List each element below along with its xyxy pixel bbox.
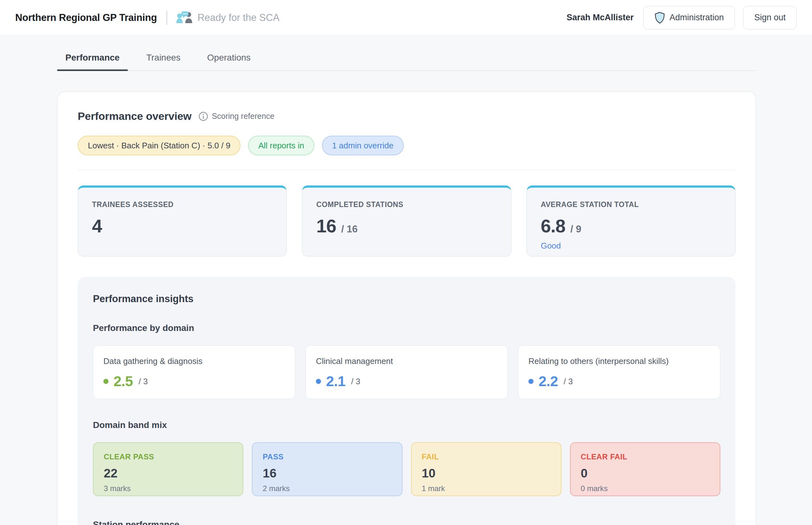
band-count: 16 bbox=[263, 466, 392, 480]
stat-label: TRAINEES ASSESSED bbox=[92, 200, 272, 209]
sign-out-button-label: Sign out bbox=[754, 13, 786, 22]
band-cards-row: CLEAR PASS 22 3 marks PASS 16 2 marks FA… bbox=[93, 442, 720, 496]
station-section-title: Station performance bbox=[93, 520, 720, 525]
band-marks: 3 marks bbox=[104, 484, 233, 493]
tab-performance[interactable]: Performance bbox=[57, 48, 128, 70]
summary-badges: Lowest · Back Pain (Station C) · 5.0 / 9… bbox=[78, 136, 736, 155]
domain-section-title: Performance by domain bbox=[93, 323, 720, 333]
band-card-clear-pass: CLEAR PASS 22 3 marks bbox=[93, 442, 243, 496]
domain-max: / 3 bbox=[564, 377, 573, 387]
domain-label: Clinical management bbox=[316, 356, 497, 366]
lowest-station-badge: Lowest · Back Pain (Station C) · 5.0 / 9 bbox=[78, 136, 240, 155]
stat-rating-label: Good bbox=[541, 241, 721, 251]
administration-button-label: Administration bbox=[669, 13, 724, 22]
main-tabs: Performance Trainees Operations bbox=[57, 48, 756, 71]
band-label: CLEAR FAIL bbox=[581, 452, 710, 461]
domain-score: 2.2 bbox=[538, 373, 558, 390]
band-card-pass: PASS 16 2 marks bbox=[252, 442, 402, 496]
domain-label: Data gathering & diagnosis bbox=[103, 356, 285, 366]
scoring-reference-link[interactable]: Scoring reference bbox=[198, 111, 275, 121]
band-section-title: Domain band mix bbox=[93, 420, 720, 430]
stats-row: TRAINEES ASSESSED 4 COMPLETED STATIONS 1… bbox=[78, 185, 736, 256]
stat-value: 6.8 bbox=[541, 215, 565, 237]
stat-value: 4 bbox=[92, 215, 102, 237]
user-name: Sarah McAllister bbox=[566, 13, 634, 22]
band-marks: 2 marks bbox=[263, 484, 392, 493]
insights-title: Performance insights bbox=[93, 293, 720, 305]
page-title: Performance overview bbox=[78, 110, 192, 122]
performance-overview-card: Performance overview Scoring reference L… bbox=[57, 91, 756, 525]
app-title: Northern Regional GP Training bbox=[15, 12, 157, 24]
reports-status-badge: All reports in bbox=[248, 136, 314, 155]
domain-max: / 3 bbox=[138, 377, 148, 387]
sign-out-button[interactable]: Sign out bbox=[743, 6, 797, 29]
score-dot-icon bbox=[529, 379, 533, 384]
stat-label: COMPLETED STATIONS bbox=[316, 200, 497, 209]
domain-score: 2.1 bbox=[326, 373, 345, 390]
score-dot-icon bbox=[103, 379, 108, 384]
band-card-clear-fail: CLEAR FAIL 0 0 marks bbox=[570, 442, 720, 496]
shield-icon bbox=[654, 12, 665, 24]
tab-trainees[interactable]: Trainees bbox=[138, 48, 189, 70]
band-count: 22 bbox=[104, 466, 233, 480]
header-divider bbox=[166, 11, 167, 25]
brand-logo-icon bbox=[176, 11, 193, 25]
band-card-fail: FAIL 10 1 mark bbox=[411, 442, 561, 496]
admin-override-badge: 1 admin override bbox=[322, 136, 404, 155]
brand-name: Ready for the SCA bbox=[197, 12, 279, 24]
app-header: Northern Regional GP Training Ready for … bbox=[0, 0, 812, 35]
domain-card-data-gathering: Data gathering & diagnosis 2.5 / 3 bbox=[93, 345, 295, 399]
domain-card-relating-to-others: Relating to others (interpersonal skills… bbox=[518, 345, 720, 399]
score-dot-icon bbox=[316, 379, 321, 384]
domain-max: / 3 bbox=[351, 377, 360, 387]
band-label: PASS bbox=[263, 452, 392, 461]
domain-score: 2.5 bbox=[114, 373, 133, 390]
band-count: 0 bbox=[581, 466, 710, 480]
domain-label: Relating to others (interpersonal skills… bbox=[529, 356, 710, 366]
stat-trainees-assessed: TRAINEES ASSESSED 4 bbox=[78, 185, 287, 256]
administration-button[interactable]: Administration bbox=[643, 6, 735, 29]
domain-cards-row: Data gathering & diagnosis 2.5 / 3 Clini… bbox=[93, 345, 720, 399]
tab-operations[interactable]: Operations bbox=[199, 48, 259, 70]
stat-suffix: / 16 bbox=[341, 224, 358, 235]
band-count: 10 bbox=[422, 466, 551, 480]
section-divider bbox=[78, 170, 736, 170]
stat-completed-stations: COMPLETED STATIONS 16 / 16 bbox=[302, 185, 511, 256]
domain-card-clinical-management: Clinical management 2.1 / 3 bbox=[306, 345, 508, 399]
band-marks: 0 marks bbox=[581, 484, 710, 493]
scoring-reference-label: Scoring reference bbox=[212, 111, 275, 121]
band-label: FAIL bbox=[422, 452, 551, 461]
info-icon bbox=[198, 111, 208, 121]
stat-value: 16 bbox=[316, 215, 336, 237]
stat-average-station-total: AVERAGE STATION TOTAL 6.8 / 9 Good bbox=[527, 185, 736, 256]
band-marks: 1 mark bbox=[422, 484, 551, 493]
stat-suffix: / 9 bbox=[570, 224, 581, 235]
stat-label: AVERAGE STATION TOTAL bbox=[541, 200, 721, 209]
band-label: CLEAR PASS bbox=[104, 452, 233, 461]
performance-insights-panel: Performance insights Performance by doma… bbox=[78, 277, 736, 525]
